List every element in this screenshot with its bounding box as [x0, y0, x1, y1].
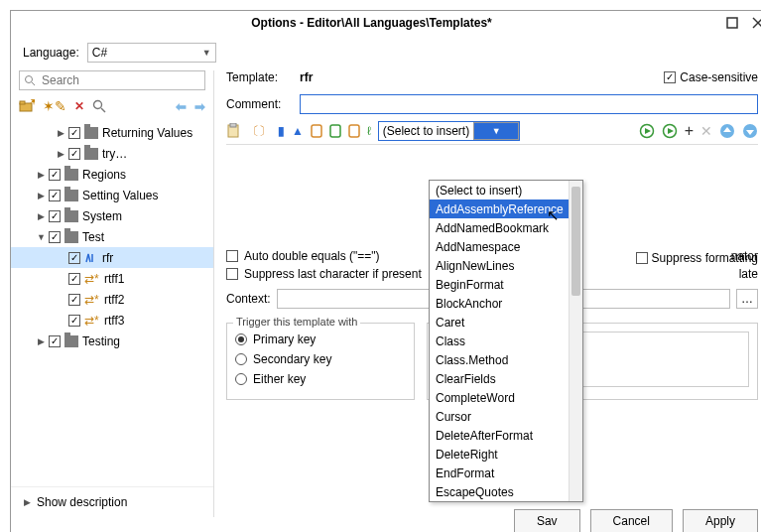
tree-folder[interactable]: ▶✓Returning Values: [11, 122, 213, 143]
scrollbar-thumb[interactable]: [571, 187, 580, 296]
run-icon[interactable]: [639, 123, 655, 139]
secondary-key-radio[interactable]: Secondary key: [235, 349, 406, 369]
dropdown-item[interactable]: BlockAnchor: [430, 294, 569, 313]
tree-checkbox[interactable]: ✓: [68, 148, 80, 160]
chevron-down-icon[interactable]: ▼: [473, 122, 519, 140]
tree-folder[interactable]: ▶✓Testing: [11, 331, 213, 351]
template-tree[interactable]: ▶✓Returning Values▶✓try…▶✓Regions▶✓Setti…: [11, 118, 213, 486]
tree-checkbox[interactable]: ✓: [49, 169, 61, 181]
svg-text:⇄*: ⇄*: [84, 294, 99, 306]
search-box[interactable]: [19, 70, 205, 90]
case-sensitive-checkbox[interactable]: ✓: [664, 71, 676, 83]
tree-checkbox[interactable]: ✓: [68, 315, 80, 327]
move-down-icon[interactable]: [742, 123, 758, 139]
tree-folder[interactable]: ▶✓Regions: [11, 164, 213, 185]
tree-template[interactable]: ✓⇄*rtff2: [11, 289, 213, 310]
tree-checkbox[interactable]: ✓: [49, 210, 61, 222]
tree-checkbox[interactable]: ✓: [49, 335, 61, 347]
svg-marker-21: [668, 128, 674, 134]
close-icon[interactable]: [752, 17, 761, 29]
tree-template[interactable]: ✓⇄*rtff1: [11, 268, 213, 289]
suppress-formatting-checkbox[interactable]: [636, 252, 648, 264]
tree-checkbox[interactable]: ✓: [68, 252, 80, 264]
save-button[interactable]: Sav: [514, 509, 580, 532]
comment-input[interactable]: [300, 94, 758, 114]
dropdown-item[interactable]: CompleteWord: [430, 388, 569, 407]
dropdown-scrollbar[interactable]: [569, 181, 582, 501]
auto-double-equals-checkbox[interactable]: [226, 250, 238, 262]
marker3-icon[interactable]: [348, 124, 360, 138]
dropdown-item[interactable]: AddNamedBookmark: [430, 218, 569, 237]
block-icon[interactable]: ▮: [278, 124, 285, 138]
tree-template[interactable]: ✓⇄*rtff3: [11, 310, 213, 331]
select-to-insert-label: (Select to insert): [379, 124, 473, 138]
dropdown-item[interactable]: DeleteAfterFormat: [430, 426, 569, 445]
caret-icon[interactable]: 〔〕: [247, 123, 271, 140]
dropdown-item[interactable]: AddAssemblyReference: [430, 200, 569, 218]
svg-point-8: [94, 101, 102, 109]
context-browse-button[interactable]: …: [736, 289, 758, 309]
tree-folder[interactable]: ▼✓Test: [11, 226, 213, 247]
tree-checkbox[interactable]: ✓: [68, 127, 80, 139]
dropdown-item[interactable]: Class.Method: [430, 350, 569, 369]
find-icon[interactable]: [92, 99, 106, 113]
dropdown-item[interactable]: EndFormat: [430, 464, 569, 482]
new-template-icon[interactable]: ✶✎: [43, 98, 66, 114]
comment-label: Comment:: [226, 97, 292, 111]
dropdown-item[interactable]: EscapeQuotes: [430, 482, 569, 501]
nav-forward-icon[interactable]: ➡: [194, 99, 205, 114]
tree-checkbox[interactable]: ✓: [68, 273, 80, 285]
select-to-insert-combo[interactable]: (Select to insert) ▼: [378, 121, 520, 141]
svg-rect-15: [312, 125, 321, 137]
expand-icon[interactable]: ▶: [37, 170, 45, 180]
insert-dropdown[interactable]: (Select to insert)AddAssemblyReferenceAd…: [429, 180, 583, 502]
search-input[interactable]: [40, 72, 200, 88]
dropdown-item[interactable]: Cursor: [430, 407, 569, 426]
expand-icon[interactable]: ▶: [57, 128, 64, 138]
marker2-icon[interactable]: [329, 124, 341, 138]
new-folder-icon[interactable]: ✶: [19, 99, 35, 113]
debug-icon[interactable]: [662, 123, 678, 139]
tree-label: System: [82, 209, 122, 223]
dropdown-item[interactable]: AlignNewLines: [430, 256, 569, 275]
dropdown-item[interactable]: Class: [430, 332, 569, 350]
dropdown-item[interactable]: (Select to insert): [430, 181, 569, 200]
marker1-icon[interactable]: [311, 124, 322, 138]
expand-icon[interactable]: ▶: [37, 336, 45, 346]
paste-icon[interactable]: [226, 123, 240, 139]
tree-folder[interactable]: ▶✓try…: [11, 143, 213, 164]
maximize-icon[interactable]: [726, 17, 738, 29]
tree-folder[interactable]: ▶✓System: [11, 205, 213, 226]
apply-button[interactable]: Apply: [683, 509, 758, 532]
delete-icon[interactable]: ✕: [74, 99, 84, 113]
tree-template[interactable]: ✓rfr: [11, 247, 213, 268]
language-combo[interactable]: C# ▼: [87, 43, 216, 63]
expand-icon[interactable]: ▶: [37, 191, 45, 200]
anchor-icon[interactable]: ▲: [292, 124, 304, 138]
dropdown-item[interactable]: AddNamespace: [430, 237, 569, 256]
expand-icon[interactable]: ▶: [37, 211, 45, 221]
move-up-icon[interactable]: [719, 123, 735, 139]
tree-checkbox[interactable]: ✓: [68, 294, 80, 306]
dropdown-item[interactable]: DeleteRight: [430, 445, 569, 464]
expand-icon[interactable]: ▼: [37, 232, 45, 242]
show-description-toggle[interactable]: ▶ Show description: [11, 486, 213, 517]
folder-icon: [64, 190, 78, 201]
expand-icon[interactable]: ▶: [57, 149, 64, 159]
nav-back-icon[interactable]: ⬅: [176, 99, 187, 114]
link-icon[interactable]: ℓ: [367, 124, 371, 138]
primary-key-radio[interactable]: Primary key: [235, 330, 406, 349]
dropdown-item[interactable]: ClearFields: [430, 369, 569, 388]
either-key-label: Either key: [253, 372, 306, 386]
suppress-last-char-checkbox[interactable]: [226, 268, 238, 280]
dropdown-item[interactable]: BeginFormat: [430, 275, 569, 294]
suppress-formatting-label: Suppress formatting: [652, 251, 758, 265]
either-key-radio[interactable]: Either key: [235, 369, 406, 389]
add-icon[interactable]: +: [685, 122, 694, 140]
language-label: Language:: [23, 46, 79, 60]
tree-folder[interactable]: ▶✓Setting Values: [11, 185, 213, 205]
tree-checkbox[interactable]: ✓: [49, 231, 61, 243]
tree-checkbox[interactable]: ✓: [49, 190, 61, 201]
cancel-button[interactable]: Cancel: [590, 509, 673, 532]
dropdown-item[interactable]: Caret: [430, 313, 569, 332]
